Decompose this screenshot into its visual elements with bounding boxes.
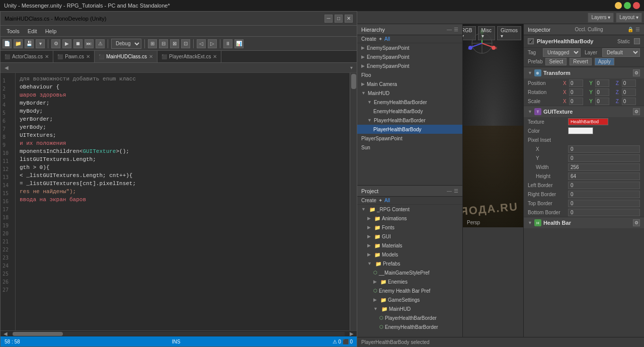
hierarchy-item[interactable]: ▶EnemySpawnPoint [357, 43, 462, 52]
mono-close-button[interactable]: ✕ [345, 15, 353, 23]
height-input[interactable] [568, 172, 640, 180]
hscroll-right[interactable]: ▶ [347, 331, 357, 336]
pixel-x-input[interactable] [568, 145, 640, 153]
hierarchy-enemy-health-bar-body[interactable]: EnemyHealthBarBody [357, 107, 462, 116]
hierarchy-settings[interactable]: ☰ [454, 27, 458, 32]
hierarchy-all-label[interactable]: All [384, 36, 390, 42]
hierarchy-player-health-bar-body[interactable]: PlayerHealthBarBody [357, 125, 462, 134]
hierarchy-item[interactable]: ▶EnemySpawnPoint [357, 61, 462, 70]
project-item-person3d[interactable]: ▶📁 Person3D [357, 331, 462, 334]
menu-help[interactable]: Help [41, 26, 61, 36]
rotation-x-input[interactable] [569, 89, 583, 96]
save-dropdown-icon[interactable]: ▾ [36, 39, 45, 48]
project-item-enemyhealthbarborder[interactable]: ⬡ EnemyHealthBarBorder [357, 322, 462, 331]
project-item-rpg[interactable]: ▼📁 _RPG Content [357, 205, 462, 214]
project-item-gui[interactable]: ▶📁 GUI [357, 232, 462, 241]
build-icon[interactable]: ⚙ [51, 39, 60, 48]
apply-button[interactable]: Apply [595, 58, 614, 65]
project-item-mainhud[interactable]: ▼📁 MainHUD [357, 304, 462, 313]
stats-icon[interactable]: 📊 [234, 39, 244, 48]
maximize-button[interactable] [624, 2, 631, 9]
horizontal-scrollbar[interactable]: ◀ ▶ [1, 330, 357, 336]
menu-tools[interactable]: Tools [3, 26, 24, 36]
texture-preview[interactable]: HealthBarBod [568, 118, 608, 125]
position-x-input[interactable] [569, 79, 583, 87]
hscroll-left[interactable]: ◀ [1, 331, 11, 336]
project-item-materials[interactable]: ▶📁 Materials [357, 241, 462, 250]
debug-dropdown[interactable]: Debug [111, 39, 141, 49]
project-item-gamesettings[interactable]: ▶📁 GameSettings [357, 295, 462, 304]
hierarchy-mainhud[interactable]: ▼MainHUD [357, 89, 462, 98]
healthbar-header[interactable]: ▼ H Health Bar ⚙ [524, 217, 644, 228]
transform-header[interactable]: ▼ ⊕ Transform ⚙ [524, 67, 644, 78]
save-icon[interactable]: 💾 [25, 39, 34, 48]
layers-dropdown[interactable]: Layers ▾ [588, 13, 614, 23]
scene-view[interactable]: Y X Z Persp [463, 24, 523, 227]
tag-dropdown[interactable]: Untagged [543, 48, 581, 57]
project-item-prefabs[interactable]: ▼📁 Prefabs [357, 259, 462, 268]
step-icon[interactable]: ⏭ [85, 39, 94, 48]
hierarchy-main-camera[interactable]: ▶Main Camera [357, 79, 462, 89]
project-minimize[interactable]: — [447, 188, 452, 194]
left-border-input[interactable] [568, 182, 640, 189]
hierarchy-player-health-bar-border[interactable]: ▼PlayerHealthBarBorder [357, 116, 462, 125]
tab-pawn[interactable]: ⬛ Pawn.cs ✕ [53, 51, 95, 62]
open-file-icon[interactable]: 📁 [14, 39, 23, 48]
scale-z-input[interactable] [622, 98, 636, 105]
project-all-label[interactable]: All [384, 198, 390, 203]
new-file-icon[interactable]: 📄 [3, 39, 12, 48]
tab-playerattack[interactable]: ⬛ PlayerAttackExt.cs ✕ [157, 51, 221, 62]
layout-icon-4[interactable]: ⊡ [181, 39, 190, 48]
rotation-y-input[interactable] [595, 89, 609, 96]
code-scrollbar[interactable] [350, 73, 357, 330]
tab-close-pawn[interactable]: ✕ [86, 54, 90, 59]
hierarchy-enemy-health-bar-border[interactable]: ▼EnemyHealthBarBorder [357, 98, 462, 107]
color-swatch[interactable] [568, 127, 593, 134]
nav-icon-1[interactable]: ◁ [197, 39, 206, 48]
scene-rgb-btn[interactable]: RGB ▾ [463, 26, 476, 40]
scale-y-input[interactable] [595, 98, 609, 105]
tab-close-actorclass[interactable]: ✕ [45, 54, 49, 59]
project-item-animations[interactable]: ▶📁 Animations [357, 214, 462, 223]
rotation-z-input[interactable] [622, 89, 636, 96]
nav-icon-2[interactable]: ▷ [208, 39, 217, 48]
project-item-enemies[interactable]: ▶📁 Enemies [357, 277, 462, 286]
inspector-settings[interactable]: ☰ [635, 27, 640, 32]
scene-gizmos-btn[interactable]: Gizmos ▾ [497, 26, 521, 40]
error-icon[interactable]: ⚠ [96, 39, 105, 48]
project-settings[interactable]: ☰ [454, 188, 458, 194]
scale-x-input[interactable] [569, 98, 583, 105]
revert-button[interactable]: Revert [570, 58, 591, 65]
guitexture-header[interactable]: ▼ T GUITexture ⚙ [524, 106, 644, 117]
hierarchy-item[interactable]: ▶EnemySpawnPoint [357, 52, 462, 61]
code-editor[interactable]: для возможности добавить enum класс oBeh… [16, 73, 350, 330]
right-border-input[interactable] [568, 191, 640, 198]
mono-maximize-button[interactable]: □ [335, 15, 343, 23]
bottom-border-input[interactable] [568, 209, 640, 216]
top-border-input[interactable] [568, 200, 640, 207]
hierarchy-minimize[interactable]: — [447, 27, 452, 32]
hscroll-thumb[interactable] [13, 332, 63, 336]
position-z-input[interactable] [622, 79, 636, 87]
stop-icon[interactable]: ⏹ [73, 39, 83, 48]
pause-icon[interactable]: ⏸ [223, 39, 232, 48]
minimize-button[interactable] [615, 2, 622, 9]
width-input[interactable] [568, 163, 640, 171]
occlusion-culling-tab[interactable]: Occl. Culling [575, 27, 603, 32]
project-item-models[interactable]: ▶📁 Models [357, 250, 462, 259]
transform-settings-btn[interactable]: ⚙ [633, 69, 640, 76]
tab-close-playerattack[interactable]: ✕ [213, 54, 217, 59]
mono-minimize-button[interactable]: ─ [325, 15, 333, 23]
layout-icon-2[interactable]: ⊟ [159, 39, 168, 48]
object-active-checkbox[interactable]: ✓ [528, 38, 534, 44]
project-item-playerhealthbarborder[interactable]: ⬡ PlayerHealthBarBorder [357, 313, 462, 322]
menu-edit[interactable]: Edit [24, 26, 41, 36]
hierarchy-item[interactable]: Floo [357, 70, 462, 79]
healthbar-settings-btn[interactable]: ⚙ [633, 219, 640, 226]
layout-icon-1[interactable]: ⊞ [148, 39, 157, 48]
hierarchy-player-spawn-point[interactable]: PlayerSpawnPoint [357, 134, 462, 143]
inspector-lock[interactable]: 🔒 [627, 27, 633, 32]
tab-close-mainhud[interactable]: ✕ [149, 54, 153, 59]
layer-dropdown[interactable]: Default [602, 48, 640, 57]
project-item-enemy-health[interactable]: ⬡ Enemy Health Bar Pref [357, 286, 462, 295]
